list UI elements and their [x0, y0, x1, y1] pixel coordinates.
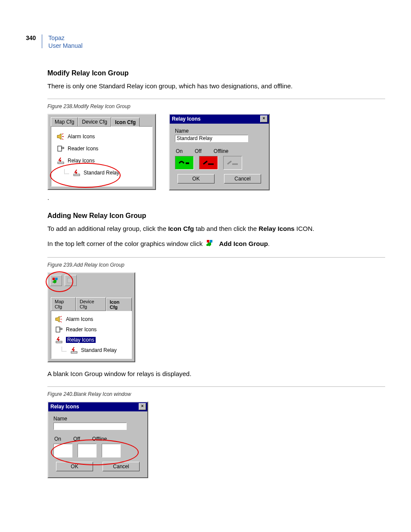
- dialog-title: Relay Icons: [172, 116, 201, 122]
- relay-icon: [70, 346, 78, 354]
- tab-map-cfg[interactable]: Map Cfg: [51, 117, 78, 126]
- svg-rect-10: [53, 278, 55, 280]
- svg-rect-19: [56, 341, 62, 343]
- doc-name: User Manual: [48, 42, 82, 50]
- product-name: Topaz: [48, 34, 82, 42]
- tree-label: Alarm Icons: [68, 134, 95, 140]
- figure238-caption: Figure 238.Modify Relay Icon Group: [47, 103, 385, 109]
- rule: [47, 257, 385, 258]
- icon-on-preview[interactable]: [53, 444, 72, 457]
- tree-relay-icons[interactable]: Relay Icons: [56, 157, 149, 165]
- svg-rect-2: [62, 147, 64, 149]
- icon-tree: Alarm Icons Reader Icons Relay Icons Sta…: [51, 311, 132, 359]
- svg-marker-13: [52, 281, 54, 283]
- svg-rect-4: [74, 174, 80, 176]
- col-off: Off: [195, 148, 202, 154]
- icon-on-preview[interactable]: [175, 156, 194, 170]
- relay-icons-dialog-blank: Relay Icons × Name On Off Offline OK Can…: [47, 401, 148, 478]
- svg-rect-5: [186, 162, 189, 164]
- tree-label: Relay Icons: [68, 158, 95, 164]
- svg-rect-11: [55, 278, 57, 280]
- svg-rect-3: [58, 162, 64, 164]
- close-icon[interactable]: ×: [260, 115, 268, 122]
- tab-device-cfg[interactable]: Device Cfg: [78, 117, 111, 126]
- col-on: On: [176, 148, 183, 154]
- tree-reader-icons[interactable]: Reader Icons: [55, 326, 129, 333]
- svg-rect-18: [60, 328, 62, 330]
- relay-icon: [55, 336, 63, 344]
- speaker-icon: [56, 133, 65, 140]
- tree-label: Standard Relay: [81, 347, 117, 353]
- tree-label-selected: Relay Icons: [66, 337, 96, 343]
- icon-offline-preview[interactable]: [102, 444, 121, 457]
- relay-icons-dialog: Relay Icons × Name On Off Offline: [169, 114, 270, 190]
- svg-rect-7: [210, 240, 212, 243]
- cancel-button[interactable]: Cancel: [103, 462, 140, 471]
- ok-button[interactable]: OK: [56, 462, 93, 471]
- speaker-icon: [55, 315, 63, 323]
- name-label: Name: [53, 416, 142, 422]
- toolbar-button-disabled: [65, 275, 77, 286]
- rule: [47, 99, 385, 99]
- add-relay-panel: Map Cfg Device Cfg Icon Cfg Alarm Icons …: [47, 272, 135, 362]
- tab-device-cfg[interactable]: Device Cfg: [76, 297, 106, 311]
- tree-label: Alarm Icons: [66, 316, 93, 322]
- tree-relay-icons[interactable]: Relay Icons: [55, 336, 129, 344]
- icon-config-panel: Map Cfg Device Cfg Icon Cfg Alarm Icons …: [47, 114, 156, 190]
- relay-icon: [72, 169, 81, 177]
- section-heading-modify: Modify Relay Icon Group: [47, 69, 385, 77]
- tree-standard-relay[interactable]: Standard Relay: [67, 346, 129, 354]
- name-label: Name: [175, 128, 264, 134]
- figure240-caption: Figure 240.Blank Relay Icon window: [47, 391, 385, 397]
- svg-marker-0: [57, 134, 61, 140]
- svg-rect-6: [207, 240, 209, 243]
- tab-icon-cfg[interactable]: Icon Cfg: [111, 118, 140, 127]
- ok-button[interactable]: OK: [177, 174, 215, 184]
- figure239-caption: Figure 239.Add Relay Icon Group: [47, 262, 385, 268]
- name-input[interactable]: [53, 423, 127, 430]
- svg-rect-15: [68, 278, 73, 283]
- section-heading-add: Adding New Relay Icon Group: [47, 212, 385, 220]
- col-offline: Offline: [214, 148, 228, 154]
- svg-rect-17: [56, 327, 60, 332]
- page-header: 340 Topaz User Manual: [26, 34, 385, 50]
- svg-rect-1: [58, 146, 62, 151]
- tree-label: Reader Icons: [66, 327, 97, 333]
- dialog-title: Relay Icons: [50, 404, 79, 410]
- svg-marker-16: [56, 316, 59, 322]
- icon-offline-preview[interactable]: [223, 156, 242, 170]
- col-offline: Offline: [92, 436, 107, 442]
- tree-label: Reader Icons: [68, 146, 98, 152]
- icon-off-preview[interactable]: [78, 444, 97, 457]
- icon-tree: Alarm Icons Reader Icons Relay Icons: [51, 126, 153, 187]
- tab-map-cfg[interactable]: Map Cfg: [51, 297, 76, 311]
- col-off: Off: [73, 436, 80, 442]
- name-input[interactable]: [175, 135, 248, 142]
- header-divider: [42, 34, 42, 48]
- section2-paragraph1: To add an additional relay group, click …: [47, 224, 385, 233]
- tree-connector: [64, 169, 69, 174]
- add-icon-group-icon: [206, 239, 215, 249]
- tree-label: Standard Relay: [84, 170, 119, 176]
- reader-icon: [55, 326, 63, 333]
- col-on: On: [54, 436, 61, 442]
- svg-rect-20: [71, 352, 77, 353]
- relay-icon: [56, 157, 65, 165]
- section3-paragraph: A blank Icon Group window for relays is …: [47, 369, 385, 379]
- tree-standard-relay[interactable]: Standard Relay: [69, 169, 149, 177]
- icon-off-preview[interactable]: [199, 156, 218, 170]
- tree-connector: [62, 347, 66, 352]
- page-number: 340: [26, 34, 36, 41]
- section2-paragraph2: In the top left corner of the color grap…: [47, 239, 385, 249]
- section1-paragraph: There is only one Standard Relay icon gr…: [47, 81, 385, 91]
- tree-alarm-icons[interactable]: Alarm Icons: [55, 315, 129, 323]
- add-icon-group-button[interactable]: [50, 275, 62, 286]
- tree-reader-icons[interactable]: Reader Icons: [56, 145, 149, 152]
- reader-icon: [56, 145, 65, 152]
- tree-alarm-icons[interactable]: Alarm Icons: [56, 133, 149, 140]
- stray-period: .: [47, 193, 385, 202]
- cancel-button[interactable]: Cancel: [224, 174, 261, 184]
- close-icon[interactable]: ×: [139, 403, 146, 410]
- rule: [47, 386, 385, 387]
- tab-icon-cfg[interactable]: Icon Cfg: [106, 298, 132, 311]
